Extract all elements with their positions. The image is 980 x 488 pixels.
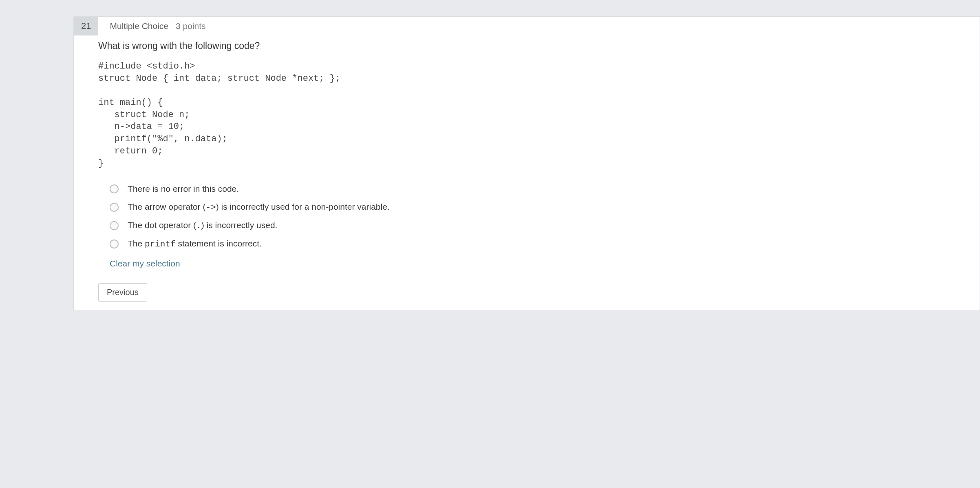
option-text: The dot operator (.) is incorrectly used…: [128, 220, 277, 231]
radio-icon[interactable]: [110, 240, 119, 248]
option-row[interactable]: There is no error in this code.: [110, 180, 955, 198]
radio-icon[interactable]: [110, 184, 119, 193]
question-prompt: What is wrong with the following code?: [98, 40, 955, 51]
nav-footer: Previous: [98, 283, 147, 302]
option-row[interactable]: The arrow operator (->) is incorrectly u…: [110, 198, 955, 216]
option-row[interactable]: The dot operator (.) is incorrectly used…: [110, 216, 955, 235]
option-text: The printf statement is incorrect.: [128, 239, 262, 249]
radio-icon[interactable]: [110, 221, 119, 230]
question-body: What is wrong with the following code? #…: [74, 35, 980, 277]
question-header: 21 Multiple Choice 3 points: [74, 17, 980, 35]
option-text: The arrow operator (->) is incorrectly u…: [128, 202, 390, 212]
option-row[interactable]: The printf statement is incorrect.: [110, 235, 955, 253]
question-type-label: Multiple Choice: [110, 21, 168, 31]
code-block: #include <stdio.h> struct Node { int dat…: [98, 60, 955, 169]
question-number-badge: 21: [74, 17, 98, 35]
radio-icon[interactable]: [110, 203, 119, 212]
options-list: There is no error in this code. The arro…: [98, 180, 955, 253]
option-text: There is no error in this code.: [128, 184, 239, 194]
question-points-label: 3 points: [176, 21, 206, 31]
clear-selection-link[interactable]: Clear my selection: [98, 259, 955, 268]
previous-button[interactable]: Previous: [98, 283, 147, 302]
question-card: 21 Multiple Choice 3 points What is wron…: [73, 16, 980, 310]
